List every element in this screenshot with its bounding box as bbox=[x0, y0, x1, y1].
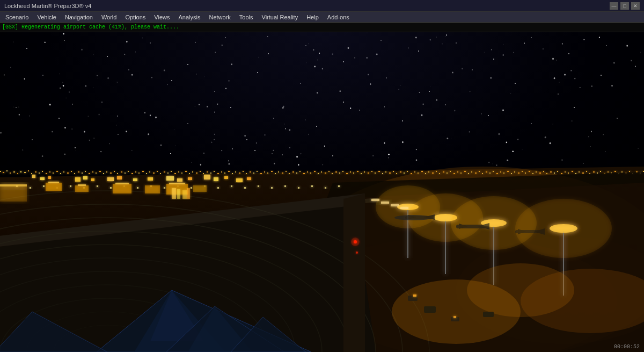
svg-rect-63 bbox=[217, 173, 219, 174]
svg-rect-65 bbox=[224, 173, 225, 174]
svg-point-306 bbox=[26, 48, 27, 49]
svg-rect-364 bbox=[0, 184, 27, 186]
svg-rect-289 bbox=[311, 185, 313, 187]
svg-point-309 bbox=[150, 42, 151, 44]
close-button[interactable]: ✕ bbox=[631, 2, 640, 10]
svg-rect-290 bbox=[325, 187, 326, 189]
svg-point-265 bbox=[351, 238, 360, 246]
svg-rect-30 bbox=[99, 171, 101, 172]
svg-rect-73 bbox=[253, 173, 254, 174]
svg-rect-6 bbox=[13, 171, 15, 173]
svg-rect-156 bbox=[550, 171, 552, 173]
svg-rect-298 bbox=[145, 185, 160, 193]
svg-point-307 bbox=[64, 40, 65, 41]
svg-rect-28 bbox=[92, 171, 93, 173]
svg-rect-183 bbox=[32, 175, 35, 178]
svg-point-312 bbox=[268, 53, 269, 54]
svg-rect-305 bbox=[400, 207, 408, 209]
svg-rect-198 bbox=[224, 176, 228, 179]
svg-rect-164 bbox=[579, 171, 580, 173]
svg-rect-78 bbox=[271, 171, 273, 172]
maximize-button[interactable]: □ bbox=[620, 2, 629, 10]
menu-network[interactable]: Network bbox=[204, 12, 235, 22]
svg-rect-112 bbox=[393, 171, 394, 172]
svg-rect-8 bbox=[20, 171, 21, 173]
svg-rect-294 bbox=[75, 185, 89, 192]
svg-rect-55 bbox=[189, 173, 190, 174]
svg-rect-58 bbox=[200, 171, 201, 172]
svg-point-314 bbox=[343, 61, 344, 62]
svg-rect-111 bbox=[389, 173, 391, 174]
svg-point-319 bbox=[531, 37, 532, 38]
svg-rect-35 bbox=[117, 173, 118, 174]
svg-rect-87 bbox=[303, 173, 305, 174]
svg-rect-118 bbox=[414, 171, 415, 173]
svg-rect-37 bbox=[125, 173, 126, 174]
svg-rect-106 bbox=[371, 171, 372, 172]
svg-point-338 bbox=[101, 102, 103, 103]
svg-point-327 bbox=[257, 72, 258, 73]
svg-rect-98 bbox=[342, 171, 343, 172]
scene-svg bbox=[0, 32, 644, 352]
menu-world[interactable]: World bbox=[97, 12, 121, 22]
menu-vehicle[interactable]: Vehicle bbox=[33, 12, 60, 22]
sim-viewport: 00:00:52 bbox=[0, 32, 644, 352]
menu-options[interactable]: Options bbox=[121, 12, 150, 22]
svg-rect-159 bbox=[561, 173, 562, 174]
svg-rect-160 bbox=[565, 171, 566, 173]
svg-rect-113 bbox=[396, 173, 397, 174]
svg-point-313 bbox=[305, 45, 306, 46]
svg-point-344 bbox=[359, 110, 360, 111]
svg-rect-108 bbox=[378, 171, 380, 172]
svg-rect-296 bbox=[113, 184, 131, 193]
svg-rect-261 bbox=[483, 312, 494, 317]
minimize-button[interactable]: — bbox=[610, 2, 618, 10]
svg-rect-50 bbox=[171, 171, 172, 172]
menu-navigation[interactable]: Navigation bbox=[61, 12, 97, 22]
svg-point-308 bbox=[107, 56, 108, 57]
menu-help[interactable]: Help bbox=[302, 12, 323, 22]
window-controls: — □ ✕ bbox=[610, 2, 640, 10]
svg-point-244 bbox=[515, 199, 612, 258]
svg-point-335 bbox=[601, 75, 602, 76]
menu-tools[interactable]: Tools bbox=[235, 12, 258, 22]
svg-rect-269 bbox=[43, 185, 45, 187]
svg-rect-89 bbox=[310, 173, 311, 174]
status-bar: [GSX] Regenerating airport cache (41%), … bbox=[0, 23, 644, 32]
menu-bar: Scenario Vehicle Navigation World Option… bbox=[0, 12, 644, 23]
menu-virtual-reality[interactable]: Virtual Reality bbox=[258, 12, 303, 22]
svg-rect-157 bbox=[554, 173, 555, 174]
svg-point-358 bbox=[332, 155, 333, 156]
menu-views[interactable]: Views bbox=[150, 12, 174, 22]
svg-rect-304 bbox=[391, 204, 399, 206]
svg-rect-116 bbox=[407, 171, 408, 172]
svg-rect-274 bbox=[110, 187, 112, 189]
menu-analysis[interactable]: Analysis bbox=[174, 12, 205, 22]
svg-rect-20 bbox=[63, 171, 64, 173]
svg-rect-12 bbox=[35, 171, 36, 173]
svg-rect-301 bbox=[193, 185, 207, 192]
menu-add-ons[interactable]: Add-ons bbox=[323, 12, 354, 22]
svg-rect-43 bbox=[146, 173, 147, 174]
svg-rect-105 bbox=[368, 173, 369, 174]
svg-point-324 bbox=[128, 69, 129, 70]
svg-rect-66 bbox=[228, 171, 230, 172]
svg-rect-291 bbox=[338, 185, 340, 187]
svg-rect-101 bbox=[353, 173, 354, 174]
svg-point-326 bbox=[214, 91, 215, 92]
svg-rect-200 bbox=[247, 177, 251, 180]
svg-rect-75 bbox=[260, 173, 262, 174]
svg-rect-15 bbox=[46, 173, 47, 174]
svg-point-320 bbox=[568, 53, 569, 54]
svg-rect-44 bbox=[149, 171, 150, 173]
title-bar: Lockheed Martin® Prepar3D® v4 — □ ✕ bbox=[0, 0, 644, 12]
svg-rect-192 bbox=[148, 177, 153, 181]
menu-scenario[interactable]: Scenario bbox=[1, 12, 33, 22]
svg-rect-64 bbox=[221, 171, 222, 173]
svg-point-310 bbox=[187, 64, 188, 65]
svg-rect-91 bbox=[318, 173, 319, 174]
svg-rect-197 bbox=[214, 177, 218, 181]
svg-point-329 bbox=[343, 102, 344, 103]
svg-rect-199 bbox=[236, 178, 243, 182]
svg-rect-96 bbox=[335, 171, 337, 173]
